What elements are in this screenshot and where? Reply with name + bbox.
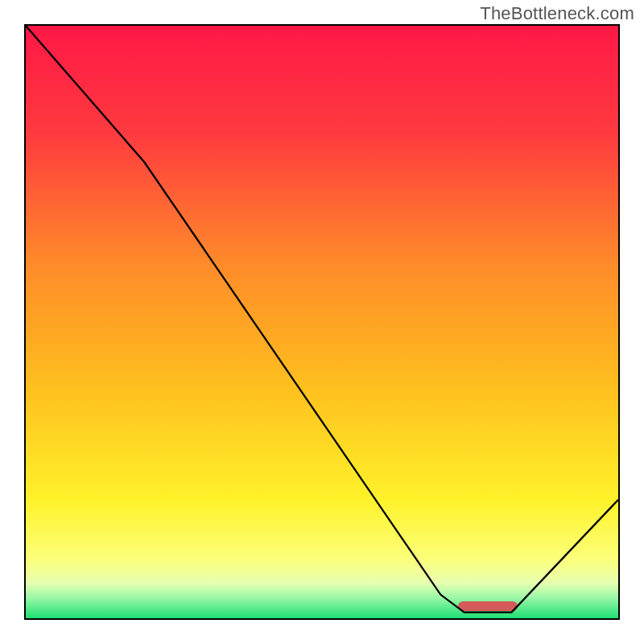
- chart-container: TheBottleneck.com: [0, 0, 644, 644]
- watermark-text: TheBottleneck.com: [480, 3, 634, 24]
- plot-area: [24, 24, 620, 620]
- bottleneck-curve: [26, 26, 618, 618]
